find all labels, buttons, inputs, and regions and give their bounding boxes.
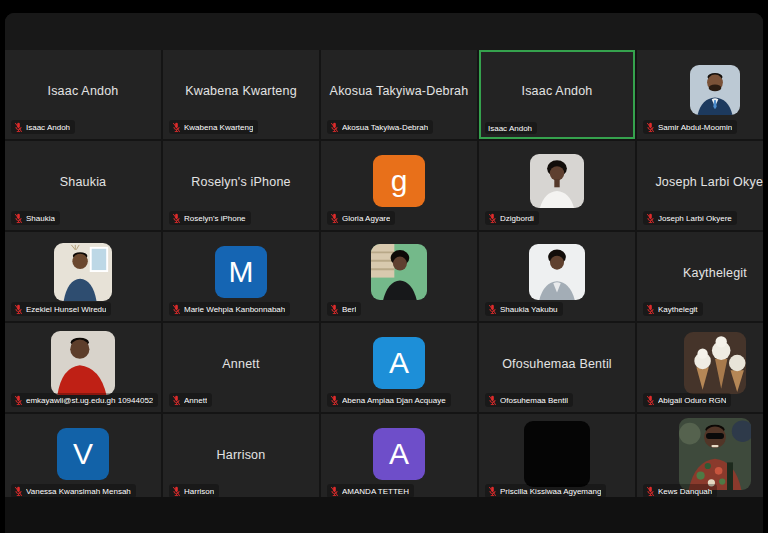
man-blue-shirt-indoors-photo	[54, 243, 112, 301]
participant-tile[interactable]: Ezekiel Hunsel Wiredu	[5, 232, 161, 321]
muted-mic-icon	[172, 395, 181, 406]
participant-tile[interactable]: Berl	[321, 232, 477, 321]
participant-label-text: Shaukia Yakubu	[500, 305, 558, 314]
participant-tile[interactable]: Joseph Larbi Okyere Joseph Larbi Okyere	[637, 141, 763, 230]
man-floral-shirt-sunglasses-photo	[679, 418, 751, 490]
participant-label-text: Vanessa Kwansimah Mensah	[26, 487, 131, 496]
participant-tile[interactable]: A Abena Ampiaa Djan Acquaye	[321, 323, 477, 412]
participant-label-text: Kews Danquah	[658, 487, 712, 496]
participant-tile[interactable]: A AMANDA TETTEH	[321, 414, 477, 497]
participant-label-text: Isaac Andoh	[488, 124, 532, 133]
participant-label: Kaythelegit	[643, 302, 703, 316]
participant-avatar: A	[373, 428, 425, 480]
participant-label-text: Kwabena Kwarteng	[184, 123, 253, 132]
participant-avatar: V	[57, 428, 109, 480]
participant-grid: Isaac Andoh Isaac Andoh Kwabena Kwarteng…	[5, 50, 763, 497]
muted-mic-icon	[14, 304, 23, 315]
participant-label: Priscilla Kissiwaa Agyemang	[485, 484, 606, 497]
participant-label-text: Akosua Takyiwa-Debrah	[342, 123, 428, 132]
muted-mic-icon	[646, 213, 655, 224]
participant-label: Isaac Andoh	[11, 120, 75, 134]
muted-mic-icon	[14, 213, 23, 224]
participant-label-text: Joseph Larbi Okyere	[658, 214, 732, 223]
participant-label-text: Harrison	[184, 487, 214, 496]
participant-label-text: Berl	[342, 305, 356, 314]
participant-tile[interactable]: Annett Annett	[163, 323, 319, 412]
participant-label: Kwabena Kwarteng	[169, 120, 258, 134]
participant-label: Vanessa Kwansimah Mensah	[11, 484, 136, 497]
window-footer	[5, 497, 763, 533]
woman-green-wall-photo	[371, 244, 427, 300]
muted-mic-icon	[172, 213, 181, 224]
participant-tile[interactable]: Priscilla Kissiwaa Agyemang	[479, 414, 635, 497]
participant-label: Gloria Agyare	[327, 211, 395, 225]
participant-label-text: Isaac Andoh	[26, 123, 70, 132]
participant-name: Harrison	[163, 448, 319, 462]
participant-label: Shaukia	[11, 211, 60, 225]
window-titlebar	[5, 13, 763, 50]
participant-label: Roselyn's iPhone	[169, 211, 251, 225]
participant-label-text: Shaukia	[26, 214, 55, 223]
participant-name: Joseph Larbi Okyere	[637, 175, 763, 189]
participant-tile[interactable]: Kews Danquah	[637, 414, 763, 497]
woman-gray-blazer-photo	[529, 244, 585, 300]
participant-label: Marie Wehpia Kanbonnabah	[169, 302, 290, 316]
participant-label: AMANDA TETTEH	[327, 484, 414, 497]
muted-mic-icon	[646, 122, 655, 133]
participant-name: Ofosuhemaa Bentil	[479, 357, 635, 371]
participant-label-text: Marie Wehpia Kanbonnabah	[184, 305, 285, 314]
participant-tile[interactable]: Ofosuhemaa Bentil Ofosuhemaa Bentil	[479, 323, 635, 412]
participant-name: Kaythelegit	[637, 266, 763, 280]
participant-tile[interactable]: Abigail Oduro RGN	[637, 323, 763, 412]
participant-tile[interactable]: Roselyn's iPhone Roselyn's iPhone	[163, 141, 319, 230]
participant-tile[interactable]: Dzigbordi	[479, 141, 635, 230]
participant-tile[interactable]: Shaukia Shaukia	[5, 141, 161, 230]
muted-mic-icon	[172, 486, 181, 497]
muted-mic-icon	[172, 122, 181, 133]
participant-tile[interactable]: Shaukia Yakubu	[479, 232, 635, 321]
muted-mic-icon	[488, 395, 497, 406]
participant-label: emkayawli@st.ug.edu.gh 10944052	[11, 393, 158, 407]
participant-tile[interactable]: Kwabena Kwarteng Kwabena Kwarteng	[163, 50, 319, 139]
participant-tile[interactable]: Isaac Andoh Isaac Andoh	[5, 50, 161, 139]
muted-mic-icon	[330, 304, 339, 315]
participant-tile[interactable]: V Vanessa Kwansimah Mensah	[5, 414, 161, 497]
muted-mic-icon	[172, 304, 181, 315]
participant-label: Dzigbordi	[485, 211, 539, 225]
participant-label: Joseph Larbi Okyere	[643, 211, 737, 225]
participant-label-text: Ezekiel Hunsel Wiredu	[26, 305, 106, 314]
participant-label-text: Roselyn's iPhone	[184, 214, 246, 223]
participant-tile[interactable]: g Gloria Agyare	[321, 141, 477, 230]
participant-avatar: M	[215, 246, 267, 298]
participant-name: Isaac Andoh	[5, 84, 161, 98]
muted-mic-icon	[488, 213, 497, 224]
participant-tile[interactable]: Kaythelegit Kaythelegit	[637, 232, 763, 321]
participant-tile[interactable]: Harrison Harrison	[163, 414, 319, 497]
meeting-screen: { "app": { "type": "video-conference-gal…	[0, 0, 768, 533]
muted-mic-icon	[14, 395, 23, 406]
participant-label: Kews Danquah	[643, 484, 717, 497]
participant-tile[interactable]: Akosua Takyiwa-Debrah Akosua Takyiwa-Deb…	[321, 50, 477, 139]
participant-tile[interactable]: Samir Abdul-Moomin	[637, 50, 763, 139]
muted-mic-icon	[646, 486, 655, 497]
participant-label: Abena Ampiaa Djan Acquaye	[327, 393, 451, 407]
ice-cream-cones-photo	[684, 332, 746, 394]
participant-label: Berl	[327, 302, 361, 316]
camera-off-black-photo	[524, 421, 590, 487]
participant-label: Annett	[169, 393, 212, 407]
participant-name: Shaukia	[5, 175, 161, 189]
muted-mic-icon	[14, 122, 23, 133]
participant-tile[interactable]: M Marie Wehpia Kanbonnabah	[163, 232, 319, 321]
participant-tile[interactable]: Isaac Andoh Isaac Andoh	[479, 50, 635, 139]
muted-mic-icon	[14, 486, 23, 497]
participant-label-text: Priscilla Kissiwaa Agyemang	[500, 487, 601, 496]
participant-tile[interactable]: emkayawli@st.ug.edu.gh 10944052	[5, 323, 161, 412]
participant-label-text: Abigail Oduro RGN	[658, 396, 726, 405]
participant-label-text: Kaythelegit	[658, 305, 698, 314]
participant-label-text: Samir Abdul-Moomin	[658, 123, 732, 132]
participant-label: Samir Abdul-Moomin	[643, 120, 737, 134]
muted-mic-icon	[646, 304, 655, 315]
participant-label: Abigail Oduro RGN	[643, 393, 731, 407]
muted-mic-icon	[330, 213, 339, 224]
man-in-navy-suit-photo	[690, 65, 740, 115]
